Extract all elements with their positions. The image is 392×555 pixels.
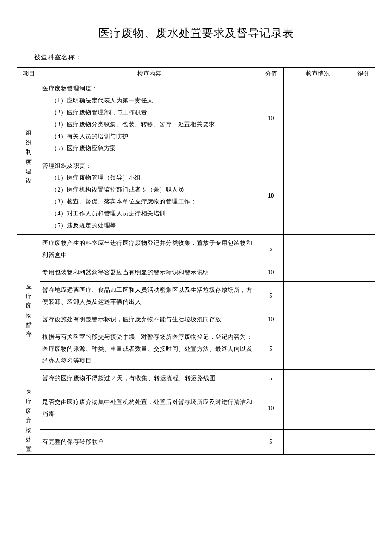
content-cell: 专用包装物和利器盒等容器应当有明显的警示标识和警示说明 xyxy=(40,264,258,282)
content-cell: 暂存设施处有明显警示标识，医疗废弃物不能与生活垃圾混同存放 xyxy=(40,311,258,328)
table-row: 暂存的医疗废物不得超过 2 天，有收集、转运流程、转运路线图5 xyxy=(17,370,375,387)
score-cell: 10 xyxy=(258,264,284,282)
score-cell: 5 xyxy=(258,235,284,264)
project-cell: 医疗废弃物处置 xyxy=(17,387,40,455)
header-status: 检查情况 xyxy=(284,68,352,80)
content-cell: 医疗废物管理制度：（1）应明确法定代表人为第一责任人（2）医疗废物管理部门与工作… xyxy=(40,80,258,157)
status-cell xyxy=(284,264,352,282)
got-cell xyxy=(352,387,375,430)
score-cell: 10 xyxy=(258,80,284,157)
score-cell: 10 xyxy=(258,157,284,235)
table-row: 暂存地应远离医疗、食品加工区和人员活动密集区以及生活垃圾存放场所，方便装卸、装卸… xyxy=(17,282,375,311)
got-cell xyxy=(352,80,375,157)
page-title: 医疗废物、废水处置要求及督导记录表 xyxy=(17,26,375,41)
dept-label: 被查科室名称： xyxy=(34,53,375,61)
score-cell: 5 xyxy=(258,328,284,370)
header-project: 项目 xyxy=(17,68,40,80)
project-cell: 医疗废物暂存 xyxy=(17,235,40,387)
header-got: 得分 xyxy=(352,68,375,80)
content-cell: 医疗废物产生的科室应当进行医疗废物登记并分类收集，置放于专用包装物和利器盒中 xyxy=(40,235,258,264)
table-row: 管理组织及职责：（1）医疗废物管理（领导）小组（2）医疗机构设置监控部门或者专（… xyxy=(17,157,375,235)
table-row: 根据与有关科室的移交与接受手续，对暂存场所医疗废物登记，登记内容为：医疗废物的来… xyxy=(17,328,375,370)
table-row: 组织制度建设医疗废物管理制度：（1）应明确法定代表人为第一责任人（2）医疗废物管… xyxy=(17,80,375,157)
got-cell xyxy=(352,282,375,311)
inspection-table: 项目 检查内容 分值 检查情况 得分 组织制度建设医疗废物管理制度：（1）应明确… xyxy=(17,67,375,455)
status-cell xyxy=(284,157,352,235)
status-cell xyxy=(284,328,352,370)
got-cell xyxy=(352,157,375,235)
header-score: 分值 xyxy=(258,68,284,80)
score-cell: 5 xyxy=(258,429,284,454)
score-cell: 10 xyxy=(258,311,284,328)
status-cell xyxy=(284,80,352,157)
got-cell xyxy=(352,429,375,454)
got-cell xyxy=(352,311,375,328)
content-cell: 是否交由医疗废弃物集中处置机构处置，处置后对暂存场所应及时进行清洁和消毒 xyxy=(40,387,258,430)
status-cell xyxy=(284,311,352,328)
content-cell: 根据与有关科室的移交与接受手续，对暂存场所医疗废物登记，登记内容为：医疗废物的来… xyxy=(40,328,258,370)
status-cell xyxy=(284,235,352,264)
table-row: 医疗废物暂存医疗废物产生的科室应当进行医疗废物登记并分类收集，置放于专用包装物和… xyxy=(17,235,375,264)
table-row: 有完整的保存转移联单5 xyxy=(17,429,375,454)
content-cell: 管理组织及职责：（1）医疗废物管理（领导）小组（2）医疗机构设置监控部门或者专（… xyxy=(40,157,258,235)
status-cell xyxy=(284,370,352,387)
score-cell: 10 xyxy=(258,387,284,430)
table-row: 暂存设施处有明显警示标识，医疗废弃物不能与生活垃圾混同存放10 xyxy=(17,311,375,328)
got-cell xyxy=(352,370,375,387)
content-cell: 暂存的医疗废物不得超过 2 天，有收集、转运流程、转运路线图 xyxy=(40,370,258,387)
table-row: 专用包装物和利器盒等容器应当有明显的警示标识和警示说明10 xyxy=(17,264,375,282)
content-cell: 有完整的保存转移联单 xyxy=(40,429,258,454)
status-cell xyxy=(284,387,352,430)
score-cell: 5 xyxy=(258,370,284,387)
got-cell xyxy=(352,264,375,282)
got-cell xyxy=(352,328,375,370)
status-cell xyxy=(284,282,352,311)
header-content: 检查内容 xyxy=(40,68,258,80)
table-header-row: 项目 检查内容 分值 检查情况 得分 xyxy=(17,68,375,80)
score-cell: 5 xyxy=(258,282,284,311)
got-cell xyxy=(352,235,375,264)
project-cell: 组织制度建设 xyxy=(17,80,40,235)
content-cell: 暂存地应远离医疗、食品加工区和人员活动密集区以及生活垃圾存放场所，方便装卸、装卸… xyxy=(40,282,258,311)
status-cell xyxy=(284,429,352,454)
table-row: 医疗废弃物处置是否交由医疗废弃物集中处置机构处置，处置后对暂存场所应及时进行清洁… xyxy=(17,387,375,430)
